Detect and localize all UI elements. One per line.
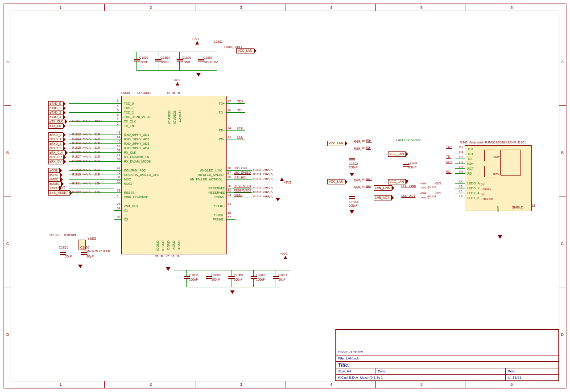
wire	[179, 52, 180, 59]
ruler-col: 2	[150, 382, 152, 387]
ic-pin-num-r: 27	[227, 171, 231, 174]
ic-pin-name: MDC	[124, 178, 131, 181]
cap-ref: C1801	[59, 246, 68, 249]
led: ▷|	[481, 192, 484, 196]
wire	[114, 148, 121, 148]
cap-val: 20pF	[87, 255, 94, 258]
rj45-pin-num: R3	[459, 160, 463, 163]
ic-pin-num-r: 14	[227, 127, 231, 130]
ic-pin-num: 42	[117, 167, 120, 170]
res-ref: R1806	[72, 151, 81, 154]
net: LED_ACT	[401, 194, 416, 197]
wire	[226, 179, 252, 180]
res-val: 51R	[95, 133, 100, 136]
res-val: 51R	[95, 137, 100, 140]
cap-val: 100nF	[211, 278, 220, 281]
ruler-row: A	[561, 60, 564, 64]
res-val: 51R	[95, 173, 100, 176]
rj45-shield-num: 13	[532, 204, 535, 207]
port-vcc-lan-mid2: VCC_LAN	[327, 179, 345, 184]
power-3v3-bot	[284, 256, 287, 259]
ic-pin-num-r: 26	[227, 176, 231, 179]
power-3v3-top-lbl: +3V3	[192, 37, 199, 41]
cap-ref: C1805	[182, 56, 191, 59]
ruler-row: D	[561, 332, 564, 337]
ic-pin-num-r: 18	[227, 211, 231, 214]
res-val: 2.2k	[263, 186, 268, 189]
ruler-tick	[195, 381, 195, 388]
rj45-pin-name: TCT	[467, 152, 474, 155]
wire-botcaps	[174, 270, 290, 270]
vcc2: VCC_LAN	[329, 180, 343, 183]
ruler-row: B	[561, 151, 564, 155]
ic-pin-bot: DGND	[167, 241, 170, 250]
ic-pin-name-r: RBIAS	[215, 196, 224, 199]
res-ref: R1818	[253, 195, 261, 198]
wire	[226, 192, 252, 193]
power-3v3-ledcol	[280, 177, 284, 181]
ic-pin-name-r: PFBOUT	[212, 204, 225, 208]
led: ▷|	[481, 182, 484, 186]
ruler-col: 2	[150, 5, 152, 10]
ic-pin-name: 25M_OUT	[124, 204, 138, 208]
rj45-pin-num: L3	[459, 185, 463, 188]
ic-pin-bot-num: 36	[161, 255, 164, 257]
jack-outline	[500, 150, 521, 176]
wire	[114, 206, 121, 206]
ic-pin-num: 40	[117, 171, 120, 174]
rj45-body	[465, 145, 532, 211]
net: RESERVED1	[234, 184, 251, 188]
rj45-pin-num: L4	[459, 180, 463, 183]
rj45-pin-name: LEDG_A	[467, 182, 480, 185]
ic-pin-num-r: 37	[227, 216, 231, 219]
ic-pin-num: 2	[117, 122, 119, 125]
tb-rev: Rev:	[506, 368, 559, 375]
ic-pin-num: 34	[117, 207, 120, 210]
ic-pin-name: RXD_3/PHY_AD4	[124, 147, 149, 150]
res-ref: R1801	[72, 119, 81, 122]
wire	[158, 52, 158, 59]
cap-ref: C1803	[139, 56, 149, 59]
power-3v3-top	[195, 41, 199, 45]
ic-pin-num: 38	[117, 149, 120, 152]
net: LED_SPEED	[234, 171, 251, 174]
wire	[69, 112, 114, 113]
rj45-pin-num: L1	[459, 190, 463, 193]
wire	[114, 108, 121, 108]
wire	[114, 103, 121, 104]
ic-pin-name-r: TD-	[219, 111, 224, 114]
rj45-pin-name: RCT	[467, 167, 474, 170]
wire	[226, 103, 245, 104]
wire	[136, 61, 137, 70]
wire	[455, 188, 465, 188]
wire	[69, 188, 114, 188]
wire	[455, 198, 465, 198]
ic-pin-num: 29	[117, 189, 120, 192]
rj45-xmit: XMIT	[493, 156, 500, 159]
ic-pin-num: 43	[117, 131, 120, 134]
net: RD-	[237, 135, 243, 139]
wire	[455, 193, 465, 193]
tb-sheet: Sheet: /TCP/IP/	[336, 349, 559, 355]
wire	[253, 270, 254, 276]
ic-pin-num: 4	[117, 104, 119, 107]
cap	[349, 158, 355, 161]
r: 470R	[420, 182, 426, 185]
res-ref: R1815	[253, 177, 261, 180]
rj45-pin-name: LEDY_A	[467, 192, 479, 195]
wire	[114, 175, 121, 175]
wire	[114, 121, 121, 122]
r: R1824	[428, 195, 436, 198]
gnd-xtal	[78, 265, 83, 268]
net: RD+	[446, 160, 452, 163]
ic-pin-num: 3	[117, 100, 119, 103]
rj45-pin-name: TD-	[467, 157, 473, 160]
rj45-title: LAN Connector	[396, 138, 421, 142]
ic-pin-name: TXD_3/SNI_MODE	[124, 115, 151, 118]
ic-pin-num-r: 24	[227, 193, 231, 196]
ic-pin-top: AVDD33	[178, 110, 182, 122]
ic-pin-name: RX_ER/MDIX_EN	[124, 155, 149, 159]
ruler-tick	[559, 196, 566, 196]
cap-ref: C1807	[203, 56, 213, 59]
ic-val: DP83848I	[137, 91, 151, 94]
